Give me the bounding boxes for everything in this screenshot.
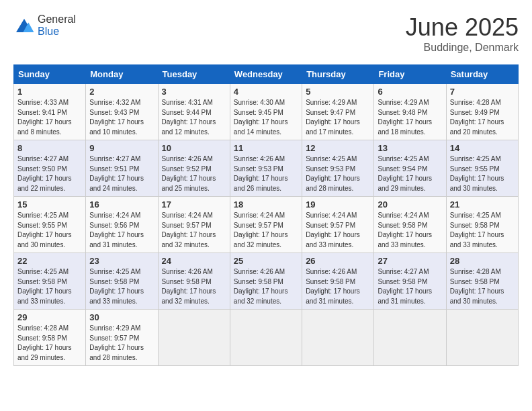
calendar-cell: 4Sunrise: 4:30 AM Sunset: 9:45 PM Daylig… (230, 84, 302, 140)
calendar-cell (446, 310, 518, 366)
day-number: 10 (162, 143, 226, 153)
calendar-cell: 15Sunrise: 4:25 AM Sunset: 9:55 PM Dayli… (14, 197, 86, 253)
calendar-cell: 19Sunrise: 4:24 AM Sunset: 9:57 PM Dayli… (302, 197, 374, 253)
calendar-weekday-saturday: Saturday (446, 65, 518, 84)
day-info: Sunrise: 4:26 AM Sunset: 9:52 PM Dayligh… (162, 154, 226, 193)
calendar-cell: 20Sunrise: 4:24 AM Sunset: 9:58 PM Dayli… (374, 197, 446, 253)
calendar-cell: 8Sunrise: 4:27 AM Sunset: 9:50 PM Daylig… (14, 140, 86, 197)
calendar-cell: 11Sunrise: 4:26 AM Sunset: 9:53 PM Dayli… (230, 140, 302, 197)
day-number: 21 (450, 199, 515, 210)
calendar-weekday-wednesday: Wednesday (230, 65, 302, 84)
day-info: Sunrise: 4:33 AM Sunset: 9:41 PM Dayligh… (17, 98, 82, 137)
logo-text: General Blue (38, 13, 76, 38)
calendar-cell (302, 310, 374, 366)
day-info: Sunrise: 4:28 AM Sunset: 9:58 PM Dayligh… (17, 324, 82, 363)
day-number: 11 (234, 143, 298, 153)
day-number: 20 (378, 199, 442, 210)
day-number: 24 (162, 256, 226, 266)
calendar-week-row: 1Sunrise: 4:33 AM Sunset: 9:41 PM Daylig… (14, 84, 519, 140)
calendar-cell: 9Sunrise: 4:27 AM Sunset: 9:51 PM Daylig… (86, 140, 158, 197)
day-number: 9 (89, 143, 154, 153)
day-info: Sunrise: 4:26 AM Sunset: 9:58 PM Dayligh… (162, 267, 226, 306)
calendar-header-row: SundayMondayTuesdayWednesdayThursdayFrid… (14, 65, 519, 84)
day-number: 25 (234, 256, 298, 266)
day-number: 28 (450, 256, 515, 266)
day-info: Sunrise: 4:25 AM Sunset: 9:58 PM Dayligh… (89, 267, 154, 306)
calendar-cell: 23Sunrise: 4:25 AM Sunset: 9:58 PM Dayli… (86, 253, 158, 310)
calendar-cell: 27Sunrise: 4:27 AM Sunset: 9:58 PM Dayli… (374, 253, 446, 310)
day-info: Sunrise: 4:24 AM Sunset: 9:57 PM Dayligh… (306, 211, 370, 250)
day-info: Sunrise: 4:29 AM Sunset: 9:57 PM Dayligh… (89, 324, 154, 363)
day-number: 2 (89, 87, 154, 97)
calendar-week-row: 8Sunrise: 4:27 AM Sunset: 9:50 PM Daylig… (14, 140, 519, 197)
day-number: 4 (234, 87, 298, 97)
day-number: 16 (89, 199, 154, 210)
day-number: 17 (162, 199, 226, 210)
calendar: SundayMondayTuesdayWednesdayThursdayFrid… (13, 64, 519, 366)
day-info: Sunrise: 4:27 AM Sunset: 9:58 PM Dayligh… (378, 267, 442, 306)
calendar-cell: 13Sunrise: 4:25 AM Sunset: 9:54 PM Dayli… (374, 140, 446, 197)
day-number: 30 (89, 312, 154, 322)
day-info: Sunrise: 4:26 AM Sunset: 9:58 PM Dayligh… (234, 267, 298, 306)
day-info: Sunrise: 4:24 AM Sunset: 9:56 PM Dayligh… (89, 211, 154, 250)
day-info: Sunrise: 4:30 AM Sunset: 9:45 PM Dayligh… (234, 98, 298, 137)
calendar-cell: 21Sunrise: 4:25 AM Sunset: 9:58 PM Dayli… (446, 197, 518, 253)
day-number: 6 (378, 87, 442, 97)
logo-general: General (38, 13, 76, 25)
calendar-cell: 3Sunrise: 4:31 AM Sunset: 9:44 PM Daylig… (158, 84, 230, 140)
calendar-cell: 29Sunrise: 4:28 AM Sunset: 9:58 PM Dayli… (14, 310, 86, 366)
day-info: Sunrise: 4:31 AM Sunset: 9:44 PM Dayligh… (162, 98, 226, 137)
day-info: Sunrise: 4:25 AM Sunset: 9:53 PM Dayligh… (306, 154, 370, 193)
day-number: 14 (450, 143, 515, 153)
calendar-cell: 1Sunrise: 4:33 AM Sunset: 9:41 PM Daylig… (14, 84, 86, 140)
day-info: Sunrise: 4:29 AM Sunset: 9:47 PM Dayligh… (306, 98, 370, 137)
day-number: 23 (89, 256, 154, 266)
calendar-cell (374, 310, 446, 366)
day-number: 1 (17, 87, 82, 97)
day-number: 7 (450, 87, 515, 97)
calendar-weekday-tuesday: Tuesday (158, 65, 230, 84)
calendar-cell: 12Sunrise: 4:25 AM Sunset: 9:53 PM Dayli… (302, 140, 374, 197)
calendar-week-row: 22Sunrise: 4:25 AM Sunset: 9:58 PM Dayli… (14, 253, 519, 310)
day-info: Sunrise: 4:25 AM Sunset: 9:58 PM Dayligh… (17, 267, 82, 306)
day-number: 3 (162, 87, 226, 97)
day-number: 13 (378, 143, 442, 153)
calendar-cell: 2Sunrise: 4:32 AM Sunset: 9:43 PM Daylig… (86, 84, 158, 140)
calendar-cell: 14Sunrise: 4:25 AM Sunset: 9:55 PM Dayli… (446, 140, 518, 197)
day-info: Sunrise: 4:26 AM Sunset: 9:58 PM Dayligh… (306, 267, 370, 306)
calendar-cell: 24Sunrise: 4:26 AM Sunset: 9:58 PM Dayli… (158, 253, 230, 310)
day-number: 19 (306, 199, 370, 210)
calendar-cell: 25Sunrise: 4:26 AM Sunset: 9:58 PM Dayli… (230, 253, 302, 310)
calendar-cell: 16Sunrise: 4:24 AM Sunset: 9:56 PM Dayli… (86, 197, 158, 253)
day-number: 22 (17, 256, 82, 266)
calendar-cell: 28Sunrise: 4:28 AM Sunset: 9:58 PM Dayli… (446, 253, 518, 310)
day-info: Sunrise: 4:27 AM Sunset: 9:50 PM Dayligh… (17, 154, 82, 193)
day-info: Sunrise: 4:25 AM Sunset: 9:55 PM Dayligh… (17, 211, 82, 250)
calendar-cell: 6Sunrise: 4:29 AM Sunset: 9:48 PM Daylig… (374, 84, 446, 140)
calendar-cell: 7Sunrise: 4:28 AM Sunset: 9:49 PM Daylig… (446, 84, 518, 140)
day-number: 12 (306, 143, 370, 153)
day-info: Sunrise: 4:29 AM Sunset: 9:48 PM Dayligh… (378, 98, 442, 137)
day-info: Sunrise: 4:24 AM Sunset: 9:57 PM Dayligh… (162, 211, 226, 250)
logo-icon (13, 16, 35, 35)
day-info: Sunrise: 4:28 AM Sunset: 9:58 PM Dayligh… (450, 267, 515, 306)
calendar-week-row: 15Sunrise: 4:25 AM Sunset: 9:55 PM Dayli… (14, 197, 519, 253)
calendar-cell: 17Sunrise: 4:24 AM Sunset: 9:57 PM Dayli… (158, 197, 230, 253)
day-number: 29 (17, 312, 82, 322)
calendar-cell: 30Sunrise: 4:29 AM Sunset: 9:57 PM Dayli… (86, 310, 158, 366)
logo-blue: Blue (38, 26, 59, 37)
calendar-week-row: 29Sunrise: 4:28 AM Sunset: 9:58 PM Dayli… (14, 310, 519, 366)
day-info: Sunrise: 4:24 AM Sunset: 9:57 PM Dayligh… (234, 211, 298, 250)
calendar-cell (158, 310, 230, 366)
day-info: Sunrise: 4:25 AM Sunset: 9:55 PM Dayligh… (450, 154, 515, 193)
logo: General Blue (13, 13, 76, 38)
calendar-cell: 18Sunrise: 4:24 AM Sunset: 9:57 PM Dayli… (230, 197, 302, 253)
month-title: June 2025 (406, 13, 519, 42)
day-info: Sunrise: 4:26 AM Sunset: 9:53 PM Dayligh… (234, 154, 298, 193)
calendar-cell: 26Sunrise: 4:26 AM Sunset: 9:58 PM Dayli… (302, 253, 374, 310)
day-info: Sunrise: 4:27 AM Sunset: 9:51 PM Dayligh… (89, 154, 154, 193)
day-info: Sunrise: 4:28 AM Sunset: 9:49 PM Dayligh… (450, 98, 515, 137)
header: General Blue June 2025 Buddinge, Denmark (13, 13, 519, 54)
calendar-cell (230, 310, 302, 366)
day-number: 27 (378, 256, 442, 266)
